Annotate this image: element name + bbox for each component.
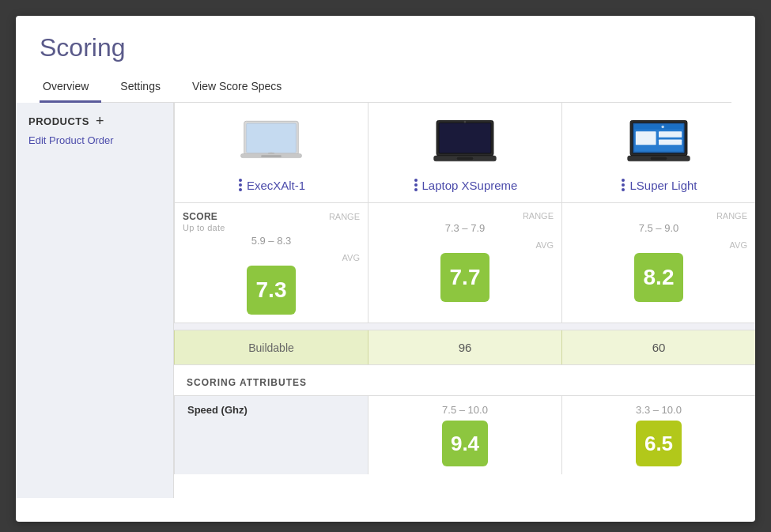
score-col-1: RANGE 7.3 – 7.9 AVG 7.7 [368,203,561,323]
range-header-0: RANGE [329,212,360,221]
products-row: ExecXAlt-1 [174,103,755,203]
product-col-0: ExecXAlt-1 [174,103,368,202]
score-col-0: SCOREUp to date RANGE 5.9 – 8.3 AVG 7.3 [174,203,368,323]
svg-rect-2 [247,124,296,153]
score-section: SCOREUp to date RANGE 5.9 – 8.3 AVG 7.3 … [174,203,755,323]
score-badge-1: 7.7 [440,253,489,302]
product-name-1: Laptop XSupreme [422,179,518,192]
product-name-0: ExecXAlt-1 [247,179,305,192]
avg-header-1: AVG [376,240,554,250]
card-header: Scoring Overview Settings View Score Spe… [16,16,755,103]
buildable-col-1: 60 [561,330,755,364]
product-menu-1[interactable] [413,177,419,193]
svg-point-9 [464,121,467,123]
product-image-1 [425,114,505,169]
svg-rect-22 [651,157,667,160]
speed-range-1: 3.3 – 10.0 [636,404,682,416]
product-col-2: LSuper Light [561,103,755,202]
avg-header-0: AVG [183,253,360,262]
score-badge-0: 7.3 [247,266,296,315]
buildable-label: Buildable [174,330,368,364]
svg-rect-16 [634,125,683,130]
product-name-2: LSuper Light [629,179,697,192]
svg-rect-8 [439,123,490,153]
product-name-row-2: LSuper Light [620,177,697,193]
product-col-1: Laptop XSupreme [368,103,561,202]
product-image-0 [232,114,311,169]
page-title: Scoring [40,33,731,62]
edit-product-order-link[interactable]: Edit Product Order [28,134,114,146]
main-card: Scoring Overview Settings View Score Spe… [16,16,755,522]
tab-view-score-specs[interactable]: View Score Specs [189,74,294,103]
product-image-2 [619,114,698,169]
tab-settings[interactable]: Settings [117,74,173,103]
speed-badge-0: 9.4 [442,421,488,466]
product-name-row-0: ExecXAlt-1 [237,177,305,193]
buildable-col-0: 96 [368,330,561,364]
speed-range-0: 7.5 – 10.0 [442,404,488,416]
products-label: PRODUCTS [28,115,89,127]
svg-point-20 [661,126,663,128]
product-menu-2[interactable] [620,177,626,193]
speed-col-1: 3.3 – 10.0 6.5 [561,396,755,474]
svg-rect-5 [261,155,282,157]
score-grid: SCOREUp to date RANGE 5.9 – 8.3 AVG 7.3 … [174,203,755,323]
product-name-row-1: Laptop XSupreme [413,177,518,193]
svg-rect-17 [636,131,656,145]
tab-nav: Overview Settings View Score Specs [40,74,731,103]
score-range-2: 7.5 – 9.0 [639,222,679,234]
score-range-1: 7.3 – 7.9 [445,222,486,234]
tab-overview[interactable]: Overview [40,74,101,103]
products-header: PRODUCTS + [28,114,161,128]
buildable-row: Buildable 96 60 [174,330,755,365]
range-header-1: RANGE [523,211,554,221]
attribute-grid-speed: Speed (Ghz) 7.5 – 10.0 9.4 3.3 – 10.0 6.… [174,396,755,474]
main-grid: ExecXAlt-1 [174,103,755,498]
range-header-2: RANGE [716,211,747,221]
speed-col-0: 7.5 – 10.0 9.4 [368,396,561,474]
attributes-section-header: SCORING ATTRIBUTES [174,365,755,395]
attribute-name-speed: Speed (Ghz) [174,396,368,474]
content-area: PRODUCTS + Edit Product Order [16,103,755,498]
add-product-button[interactable]: + [96,114,104,128]
svg-rect-18 [659,131,682,138]
avg-header-2: AVG [570,240,747,250]
score-col-2: RANGE 7.5 – 9.0 AVG 8.2 [561,203,755,323]
svg-rect-19 [659,139,682,145]
speed-badge-1: 6.5 [636,421,682,466]
spacer [174,323,755,330]
score-range-0: 5.9 – 8.3 [251,235,292,247]
score-badge-2: 8.2 [634,253,683,302]
product-menu-0[interactable] [237,177,244,193]
scoring-attributes-label: SCORING ATTRIBUTES [187,377,307,388]
sidebar: PRODUCTS + Edit Product Order [16,103,174,498]
svg-rect-11 [457,157,474,160]
buildable-grid: Buildable 96 60 [174,330,755,364]
attribute-row-speed: Speed (Ghz) 7.5 – 10.0 9.4 3.3 – 10.0 6.… [174,395,755,474]
